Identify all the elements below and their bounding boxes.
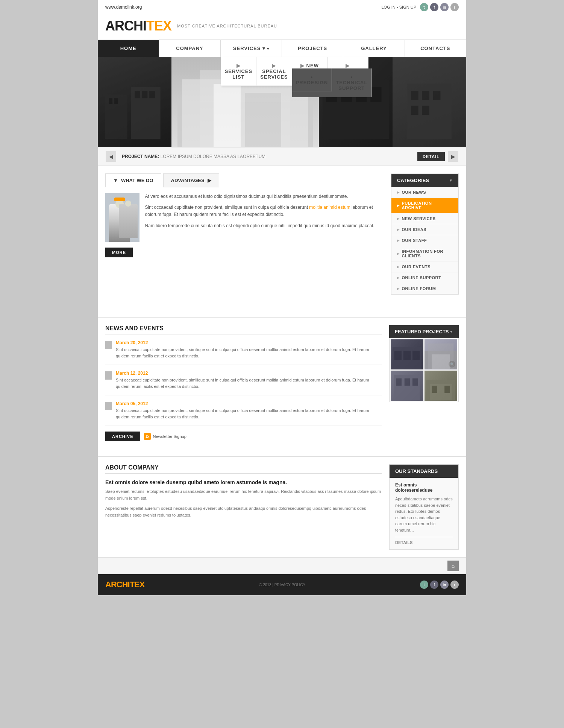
footer: ARCHITEX © 2013 | PRIVACY POLICY t f in … [98,574,466,595]
project-grid: 🔍 [389,338,459,402]
footer-facebook-icon[interactable]: f [430,581,438,589]
newsletter-signup: Newsletter Signup [144,433,186,440]
category-our-staff[interactable]: OUR STAFF [391,235,458,246]
signup-link[interactable]: SIGN UP [399,5,416,9]
category-our-news[interactable]: OUR NEWS [391,187,458,198]
featured-title: FEATURED PROJECTS [395,329,449,334]
divider-2 [98,456,466,457]
category-online-forum[interactable]: ONLINE FORUM [391,283,458,294]
project-thumb-3[interactable] [391,371,423,401]
category-our-staff-link[interactable]: OUR STAFF [391,235,458,246]
newsletter-text[interactable]: Newsletter Signup [153,434,186,439]
slide-1 [98,57,171,147]
nav-item-contacts[interactable]: CONTACTS [405,40,466,57]
details-btn[interactable]: DETAILS [395,537,453,545]
what-we-do-image [105,193,139,242]
facebook-icon[interactable]: f [430,3,438,11]
category-our-news-link[interactable]: OUR NEWS [391,187,458,198]
news-icon-2 [105,371,112,380]
logo-area: ARCHITEX MOST CREATIVE ARCHITECTURAL BUR… [98,14,466,40]
nav-item-services[interactable]: SERVICES ▾ ▶ Services List ▶ Special Ser… [221,40,282,57]
project-thumb-4[interactable] [425,371,457,401]
tab-advantages[interactable]: ADVANTAGES ▶ [163,173,219,187]
svg-rect-19 [422,91,429,100]
footer-linkedin-icon[interactable]: in [440,581,449,589]
technical-support-link[interactable]: Technical Support [332,68,371,97]
more-btn[interactable]: MORE [105,248,133,257]
special-services-link[interactable]: ▶ Special Services [256,57,292,86]
nav-link-projects[interactable]: PROJECTS [282,40,343,57]
category-our-events[interactable]: OUR EVENTS [391,261,458,272]
category-our-events-link[interactable]: OUR EVENTS [391,261,458,272]
nav-item-gallery[interactable]: GALLERY [343,40,405,57]
content-link[interactable]: molltia animid estum [309,205,350,210]
news-content-1: March 20, 2012 Sint occaecati cupiditate… [116,340,382,359]
project-thumb-1[interactable] [391,339,423,369]
news-text-3: Sint occaecati cupiditate non provident,… [116,407,382,420]
category-info-clients-link[interactable]: INFORMATION FOR CLIENTS [391,246,458,261]
dropdown-item-special[interactable]: ▶ Special Services Predesign Technical S… [256,57,292,86]
nav-link-home[interactable]: HOME [98,40,159,57]
category-our-ideas[interactable]: OUR IDEAS [391,224,458,235]
home-icon-btn[interactable]: ⌂ [447,561,459,571]
category-new-services[interactable]: NEW SERVICES [391,213,458,224]
featured-projects-panel: FEATURED PROJECTS ▼ 🔍 [389,325,459,441]
category-publication-archive[interactable]: PUBLICATION ARCHIVE [391,198,458,213]
categories-toggle[interactable]: ▼ [449,178,453,182]
twitter-icon[interactable]: t [420,3,428,11]
archive-btn[interactable]: ARCHIVE [105,432,140,441]
category-online-support[interactable]: ONLINE SUPPORT [391,272,458,283]
svg-rect-6 [149,91,155,99]
site-logo[interactable]: ARCHITEX [105,18,171,34]
news-text-2: Sint occaecati cupiditate non provident,… [116,377,382,389]
nav-item-home[interactable]: HOME [98,40,159,57]
services-dropdown: ▶ Services List ▶ Special Services Prede… [221,57,369,86]
services-list-link[interactable]: ▶ Services List [221,57,257,86]
content-tabs: ▼ WHAT WE DO ADVANTAGES ▶ [105,173,384,187]
footer-twitter-icon[interactable]: t [420,581,428,589]
svg-rect-25 [394,351,402,360]
category-online-support-link[interactable]: ONLINE SUPPORT [391,272,458,283]
tab-what-we-do[interactable]: ▼ WHAT WE DO [105,173,161,187]
predesign-link[interactable]: Predesign [292,68,332,91]
nav-item-projects[interactable]: PROJECTS [282,40,343,57]
svg-rect-18 [411,91,418,100]
what-we-do-text: At vero eos et accusamus et iusto odio d… [145,193,384,242]
next-project-btn[interactable]: ▶ [448,151,458,162]
featured-toggle[interactable]: ▼ [449,330,453,334]
category-new-services-link[interactable]: NEW SERVICES [391,213,458,224]
category-pub-archive-link[interactable]: PUBLICATION ARCHIVE [391,198,458,213]
rss-icon[interactable]: r [450,3,459,11]
svg-rect-34 [412,378,418,386]
svg-rect-3 [114,98,118,104]
news-date-1: March 20, 2012 [116,340,382,345]
content-para-1: At vero eos et accusamus et iusto odio d… [145,193,384,200]
project-info: PROJECT NAME: LOREM IPSUM DOLORE MASSA A… [116,154,417,159]
tagline: MOST CREATIVE ARCHITECTURAL BUREAU [177,24,277,28]
category-our-ideas-link[interactable]: OUR IDEAS [391,224,458,235]
standards-subtitle: Est omnis doloresereleduse [395,482,453,493]
sub-item-technical-support[interactable]: Technical Support [332,68,371,97]
nav-item-company[interactable]: COMPANY [159,40,220,57]
category-info-clients[interactable]: INFORMATION FOR CLIENTS [391,246,458,261]
topbar-right: LOG IN • SIGN UP t f in r [381,3,459,11]
news-item-3: March 05, 2012 Sint occaecati cupiditate… [105,401,382,426]
project-thumb-2[interactable]: 🔍 [425,339,457,369]
category-online-forum-link[interactable]: ONLINE FORUM [391,283,458,294]
sub-item-predesign[interactable]: Predesign [292,68,332,97]
nav-link-gallery[interactable]: GALLERY [343,40,405,57]
standards-body: Est omnis doloresereleduse Apquibdameto … [390,478,458,549]
nav-link-services[interactable]: SERVICES ▾ [221,40,282,57]
linkedin-icon[interactable]: in [440,3,449,11]
featured-projects-header: FEATURED PROJECTS ▼ [389,325,459,338]
topbar: www.demolink.org LOG IN • SIGN UP t f in… [98,0,466,14]
login-link[interactable]: LOG IN [381,5,395,9]
nav-link-company[interactable]: COMPANY [159,40,220,57]
nav-link-contacts[interactable]: CONTACTS [405,40,466,57]
svg-rect-4 [135,91,140,99]
footer-social: t f in r [420,581,459,589]
prev-project-btn[interactable]: ◀ [106,151,116,162]
footer-rss-icon[interactable]: r [450,581,459,589]
dropdown-item-services-list[interactable]: ▶ Services List [221,57,257,86]
detail-btn[interactable]: DETAIL [417,152,445,161]
